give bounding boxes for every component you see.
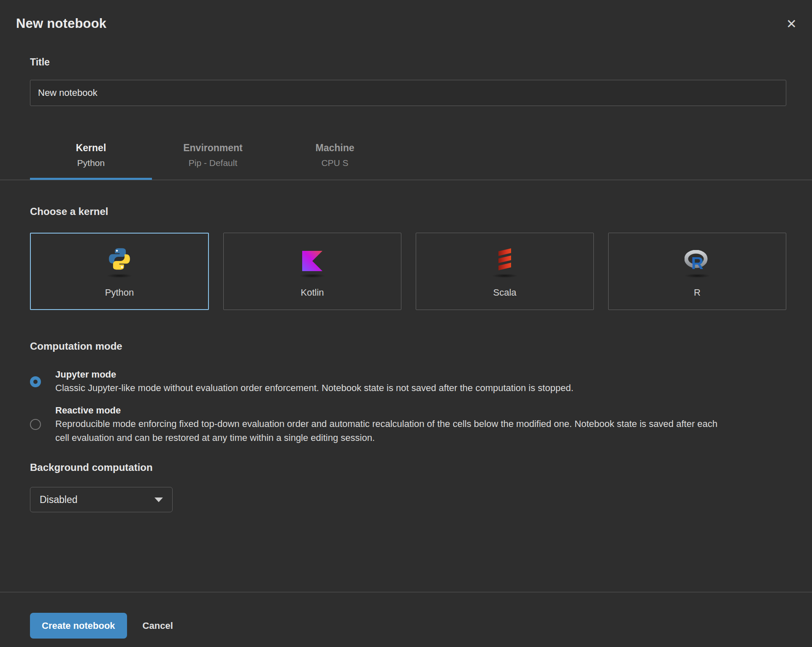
- r-logo-icon: R: [685, 245, 710, 271]
- scala-logo-icon: [497, 245, 512, 271]
- dialog-title: New notebook: [16, 16, 106, 31]
- background-computation-value: Disabled: [40, 494, 78, 506]
- tab-environment-sublabel: Pip - Default: [152, 158, 274, 169]
- settings-tabs: Kernel Python Environment Pip - Default …: [30, 141, 786, 179]
- kernel-card-kotlin[interactable]: Kotlin: [223, 233, 401, 310]
- kernel-card-scala[interactable]: Scala: [416, 233, 594, 310]
- kernel-card-r[interactable]: R R: [608, 233, 786, 310]
- option-reactive-mode[interactable]: Reactive mode Reproducible mode enforcin…: [30, 404, 786, 445]
- kernel-card-scala-label: Scala: [493, 287, 516, 298]
- title-field-label: Title: [30, 57, 786, 68]
- tab-environment[interactable]: Environment Pip - Default: [152, 141, 274, 179]
- background-computation-select[interactable]: Disabled: [30, 487, 173, 512]
- kernel-card-kotlin-label: Kotlin: [300, 287, 324, 298]
- create-notebook-button[interactable]: Create notebook: [30, 613, 127, 639]
- option-reactive-title: Reactive mode: [55, 404, 731, 417]
- dialog-header: New notebook ✕: [0, 0, 812, 32]
- tab-environment-label: Environment: [152, 141, 274, 154]
- tab-machine[interactable]: Machine CPU S: [274, 141, 396, 179]
- computation-options: Jupyter mode Classic Jupyter-like mode w…: [30, 368, 786, 445]
- kotlin-logo-icon: [302, 245, 322, 271]
- tab-kernel-sublabel: Python: [30, 158, 152, 169]
- radio-selected-icon[interactable]: [30, 376, 41, 387]
- tab-machine-sublabel: CPU S: [274, 158, 396, 169]
- python-icon-shadow: [106, 274, 133, 278]
- background-computation-heading: Background computation: [30, 462, 786, 473]
- option-jupyter-mode[interactable]: Jupyter mode Classic Jupyter-like mode w…: [30, 368, 786, 395]
- chevron-down-icon: [154, 497, 163, 502]
- option-reactive-text: Reactive mode Reproducible mode enforcin…: [55, 404, 731, 445]
- python-logo-icon: [107, 245, 132, 271]
- kernel-cards: Python Kotlin: [30, 233, 786, 310]
- close-icon[interactable]: ✕: [784, 16, 799, 32]
- option-jupyter-title: Jupyter mode: [55, 368, 574, 381]
- kernel-card-python-label: Python: [105, 287, 134, 298]
- kernel-card-r-label: R: [694, 287, 701, 298]
- dialog-footer: Create notebook Cancel: [0, 593, 812, 639]
- cancel-button[interactable]: Cancel: [143, 620, 173, 631]
- tab-kernel[interactable]: Kernel Python: [30, 141, 152, 179]
- tab-kernel-label: Kernel: [30, 141, 152, 154]
- notebook-title-input[interactable]: [30, 80, 786, 106]
- r-icon-shadow: [684, 274, 710, 278]
- svg-text:R: R: [691, 254, 704, 271]
- option-jupyter-text: Jupyter mode Classic Jupyter-like mode w…: [55, 368, 574, 395]
- radio-unselected-icon[interactable]: [30, 419, 41, 430]
- computation-mode-heading: Computation mode: [30, 340, 786, 352]
- option-reactive-description: Reproducible mode enforcing fixed top-do…: [55, 417, 731, 445]
- kotlin-icon-shadow: [299, 274, 325, 278]
- tab-machine-label: Machine: [274, 141, 396, 154]
- choose-kernel-heading: Choose a kernel: [30, 206, 786, 217]
- kernel-card-python[interactable]: Python: [30, 233, 209, 310]
- scala-icon-shadow: [492, 274, 518, 278]
- option-jupyter-description: Classic Jupyter-like mode without evalua…: [55, 381, 574, 395]
